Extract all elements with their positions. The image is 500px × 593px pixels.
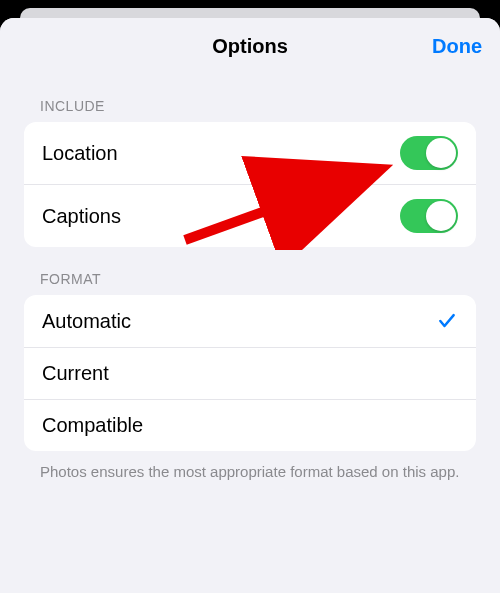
format-group: Automatic Current Compatible <box>24 295 476 451</box>
format-compatible-label: Compatible <box>42 414 143 437</box>
include-section-header: INCLUDE <box>0 74 500 122</box>
content: INCLUDE Location Captions FORMAT Automat… <box>0 74 500 492</box>
format-automatic-row[interactable]: Automatic <box>24 295 476 347</box>
location-row[interactable]: Location <box>24 122 476 184</box>
format-footer-text: Photos ensures the most appropriate form… <box>0 451 500 492</box>
captions-toggle[interactable] <box>400 199 458 233</box>
include-group: Location Captions <box>24 122 476 247</box>
done-button[interactable]: Done <box>432 35 482 58</box>
options-sheet: Options Done INCLUDE Location Captions F… <box>0 18 500 593</box>
format-current-label: Current <box>42 362 109 385</box>
sheet-header: Options Done <box>0 18 500 74</box>
captions-label: Captions <box>42 205 121 228</box>
location-toggle[interactable] <box>400 136 458 170</box>
format-compatible-row[interactable]: Compatible <box>24 399 476 451</box>
format-current-row[interactable]: Current <box>24 347 476 399</box>
page-title: Options <box>212 35 288 58</box>
format-section-header: FORMAT <box>0 247 500 295</box>
toggle-knob <box>426 138 456 168</box>
checkmark-icon <box>436 310 458 332</box>
captions-row[interactable]: Captions <box>24 184 476 247</box>
location-label: Location <box>42 142 118 165</box>
format-automatic-label: Automatic <box>42 310 131 333</box>
toggle-knob <box>426 201 456 231</box>
